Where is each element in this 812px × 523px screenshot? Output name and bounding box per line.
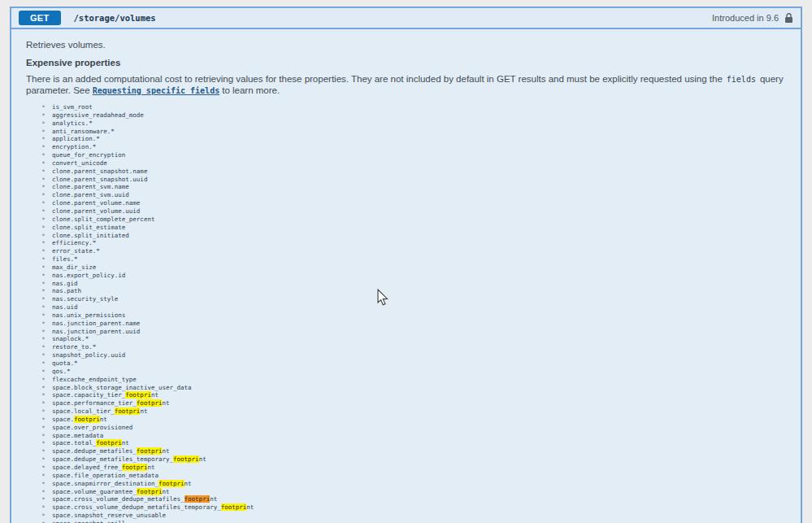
property-list-item: convert_unicode bbox=[41, 159, 786, 168]
property-list-item: space.volume_guarantee_footprint bbox=[41, 488, 786, 496]
property-list-item: space.local_tier_footprint bbox=[41, 408, 786, 416]
fields-inline-code: fields bbox=[723, 75, 760, 84]
property-list-item: space.snapmirror_destination_footprint bbox=[41, 480, 786, 488]
property-list-item: nas.gid bbox=[41, 280, 786, 288]
property-list-item: space.snapshot_spill bbox=[41, 520, 786, 523]
search-match-highlight: footpri bbox=[158, 480, 185, 487]
property-list-item: space.cross_volume_dedupe_metafiles_temp… bbox=[41, 503, 786, 512]
property-list-item: clone.split_complete_percent bbox=[41, 216, 786, 224]
property-list-item: space.dedupe_metafiles_temporary_footpri… bbox=[41, 455, 786, 464]
property-list-item: queue_for_encryption bbox=[41, 151, 786, 159]
search-match-highlight: footpri bbox=[137, 488, 163, 495]
property-list-item: snaplock.* bbox=[41, 335, 786, 343]
search-match-highlight: footpri bbox=[122, 464, 148, 471]
property-list-item: snapshot_policy.uuid bbox=[41, 351, 786, 360]
property-list-item: clone.parent_volume.uuid bbox=[41, 207, 786, 216]
property-list-item: quota.* bbox=[41, 360, 786, 368]
property-list-item: nas.path bbox=[41, 287, 786, 295]
property-list-item: clone.parent_svm.name bbox=[41, 183, 786, 191]
property-list-item: analytics.* bbox=[41, 120, 786, 128]
http-method-badge: GET bbox=[19, 11, 61, 25]
property-list-item: space.cross_volume_dedupe_metafiles_foot… bbox=[41, 495, 786, 503]
property-list-item: space.capacity_tier_footprint bbox=[41, 391, 786, 399]
property-list-item: clone.parent_snapshot.name bbox=[41, 168, 786, 176]
introduced-version-label: Introduced in 9.6 bbox=[712, 13, 779, 23]
property-list-item: nas.junction_parent.uuid bbox=[41, 328, 786, 336]
endpoint-description: Retrieves volumes. bbox=[26, 40, 786, 50]
search-match-highlight: footpri bbox=[125, 391, 151, 399]
property-list-item: clone.parent_snapshot.uuid bbox=[41, 176, 786, 184]
endpoint-header[interactable]: GET /storage/volumes Introduced in 9.6 bbox=[11, 8, 801, 29]
property-list-item: clone.parent_volume.name bbox=[41, 199, 786, 207]
property-list-item: anti_ransomware.* bbox=[41, 128, 786, 136]
property-list-item: files.* bbox=[41, 255, 786, 264]
endpoint-body: Retrieves volumes. Expensive properties … bbox=[11, 29, 801, 523]
property-list-item: error_state.* bbox=[41, 247, 786, 255]
property-list-item: space.block_storage_inactive_user_data bbox=[41, 384, 786, 392]
property-list-item: space.footprint bbox=[41, 416, 786, 424]
property-list-item: clone.split_estimate bbox=[41, 224, 786, 232]
expensive-properties-paragraph: There is an added computational cost to … bbox=[26, 74, 786, 96]
property-list-item: space.metadata bbox=[41, 432, 786, 440]
property-list-item: nas.export_policy.id bbox=[41, 272, 786, 280]
property-list-item: restore_to.* bbox=[41, 343, 786, 351]
expensive-properties-list: is_svm_rootaggressive_readahead_modeanal… bbox=[26, 103, 786, 523]
search-match-highlight: footpri bbox=[74, 416, 100, 423]
search-match-highlight: footpri bbox=[173, 455, 199, 463]
property-list-item: space.over_provisioned bbox=[41, 424, 786, 432]
property-list-item: nas.junction_parent.name bbox=[41, 320, 786, 328]
property-list-item: space.file_operation_metadata bbox=[41, 472, 786, 480]
search-match-highlight: footpri bbox=[221, 503, 247, 511]
endpoint-panel: GET /storage/volumes Introduced in 9.6 R… bbox=[10, 7, 802, 523]
property-list-item: application.* bbox=[41, 135, 786, 143]
property-list-item: nas.unix_permissions bbox=[41, 312, 786, 320]
property-list-item: space.delayed_free_footprint bbox=[41, 464, 786, 472]
property-list-item: is_svm_root bbox=[41, 103, 786, 111]
lock-icon bbox=[784, 13, 793, 24]
property-list-item: clone.parent_svm.uuid bbox=[41, 191, 786, 199]
requesting-specific-fields-link[interactable]: Requesting specific fields bbox=[93, 86, 220, 95]
search-active-match-highlight: footpri bbox=[185, 495, 211, 503]
property-list-item: qos.* bbox=[41, 368, 786, 376]
property-list-item: flexcache_endpoint_type bbox=[41, 376, 786, 384]
search-match-highlight: footpri bbox=[115, 408, 141, 415]
property-list-item: space.dedupe_metafiles_footprint bbox=[41, 447, 786, 455]
paragraph-text: to learn more. bbox=[222, 85, 280, 95]
property-list-item: space.total_footprint bbox=[41, 439, 786, 447]
property-list-item: nas.security_style bbox=[41, 295, 786, 303]
property-list-item: clone.split_initiated bbox=[41, 232, 786, 240]
property-list-item: space.performance_tier_footprint bbox=[41, 399, 786, 408]
search-match-highlight: footpri bbox=[137, 399, 163, 407]
search-match-highlight: footpri bbox=[96, 439, 122, 447]
property-list-item: space.snapshot_reserve_unusable bbox=[41, 512, 786, 520]
property-list-item: max_dir_size bbox=[41, 264, 786, 272]
property-list-item: encryption.* bbox=[41, 143, 786, 151]
expensive-properties-heading: Expensive properties bbox=[26, 58, 786, 68]
property-list-item: efficiency.* bbox=[41, 239, 786, 247]
endpoint-path: /storage/volumes bbox=[74, 13, 156, 23]
property-list-item: aggressive_readahead_mode bbox=[41, 111, 786, 120]
property-list-item: nas.uid bbox=[41, 303, 786, 312]
search-match-highlight: footpri bbox=[137, 447, 163, 455]
paragraph-text: There is an added computational cost to … bbox=[26, 74, 723, 84]
